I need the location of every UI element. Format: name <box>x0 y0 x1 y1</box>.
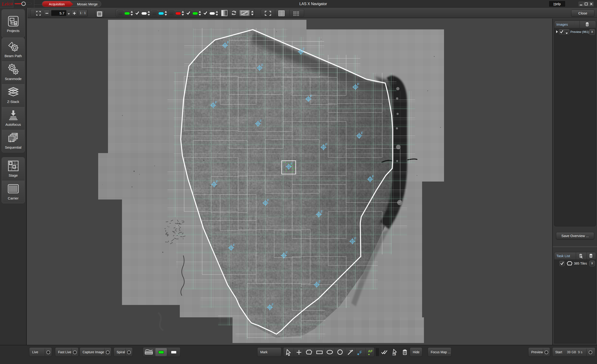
svg-text:F: F <box>325 142 327 146</box>
svg-text:F: F <box>357 82 359 86</box>
svg-text:3: 3 <box>16 133 17 136</box>
svg-text:F: F <box>360 350 362 355</box>
svg-text:F: F <box>361 131 363 135</box>
svg-text:F: F <box>215 100 217 104</box>
svg-text:F: F <box>310 94 312 98</box>
svg-text:F: F <box>372 174 374 178</box>
svg-text:F: F <box>303 47 305 51</box>
svg-text:F: F <box>227 40 229 44</box>
svg-text:F: F <box>272 302 274 306</box>
svg-text:F: F <box>354 236 356 240</box>
svg-text:F: F <box>321 210 323 214</box>
svg-text:AF: AF <box>368 349 373 353</box>
svg-text:ALL: ALL <box>392 354 396 356</box>
svg-text:F: F <box>233 243 235 247</box>
svg-text:1: 1 <box>9 140 11 142</box>
svg-text:F: F <box>286 251 288 254</box>
svg-text:F: F <box>260 119 262 123</box>
svg-text:F: F <box>319 280 321 284</box>
svg-text:F: F <box>261 63 264 67</box>
svg-text:F: F <box>291 162 293 166</box>
svg-text:F: F <box>216 179 218 183</box>
svg-text:F: F <box>267 198 269 202</box>
svg-text:2: 2 <box>12 139 14 142</box>
